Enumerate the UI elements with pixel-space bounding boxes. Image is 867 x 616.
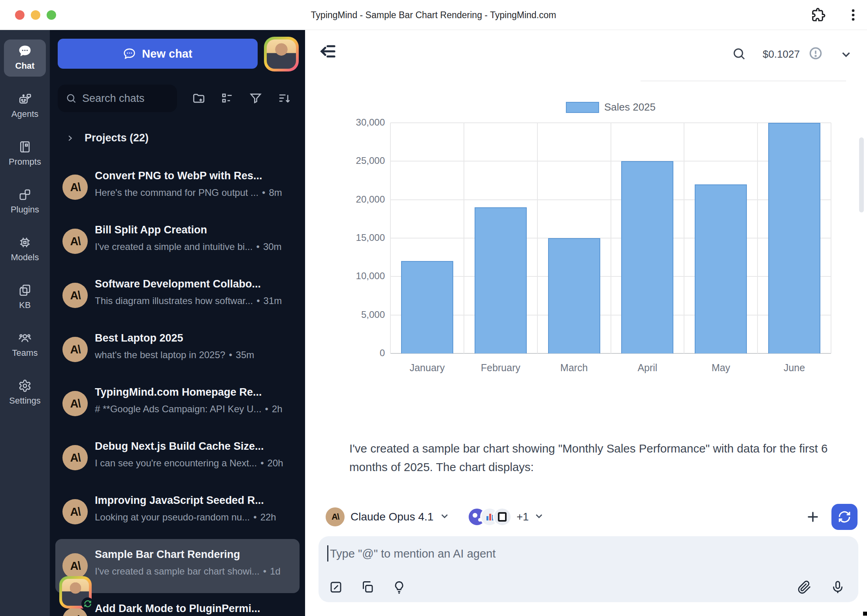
projects-group-header[interactable]: Projects (22) — [66, 132, 149, 144]
chat-list-item[interactable]: A\ TypingMind.com Homepage Re... # **Goo… — [55, 377, 300, 431]
chat-list-item[interactable]: A\ Convert PNG to WebP with Res... Here'… — [55, 160, 300, 214]
sidebar-item-models[interactable]: Models — [4, 236, 46, 263]
x-axis-tick: April — [611, 362, 684, 374]
separator-dot: • — [263, 566, 266, 577]
bar-february[interactable] — [475, 207, 527, 353]
user-avatar-photo — [267, 39, 296, 69]
gridline-vertical — [684, 123, 684, 353]
canvas-edit-icon[interactable] — [329, 580, 343, 594]
gridline-vertical — [390, 123, 391, 353]
active-plugins-stack[interactable] — [467, 507, 512, 526]
new-folder-icon[interactable] — [192, 92, 205, 105]
anthropic-avatar: A\ — [62, 499, 88, 524]
add-attachment-plus-icon[interactable] — [805, 509, 820, 526]
regenerate-button[interactable] — [831, 504, 858, 530]
bar-april[interactable] — [621, 161, 673, 353]
chat-title: Debug Next.js Build Cache Size... — [95, 440, 293, 453]
chat-time: 1d — [270, 566, 281, 577]
microphone-icon[interactable] — [831, 580, 845, 594]
sidebar-item-chat[interactable]: Chat — [4, 39, 46, 77]
separator-dot: • — [256, 295, 260, 306]
bar-may[interactable] — [695, 184, 747, 353]
paperclip-icon[interactable] — [797, 580, 812, 594]
window-title: TypingMind - Sample Bar Chart Rendering … — [0, 0, 867, 30]
chevron-down-icon[interactable] — [439, 511, 450, 523]
bar-january[interactable] — [401, 261, 453, 353]
y-axis-tick: 0 — [345, 347, 385, 359]
typingmind-app: TypingMind - Sample Bar Chart Rendering … — [0, 0, 867, 616]
sidebar-item-plugins[interactable]: Plugins — [4, 188, 46, 215]
new-chat-label: New chat — [142, 47, 192, 60]
anthropic-avatar: A\ — [62, 553, 88, 578]
model-provider-avatar[interactable]: A\ — [326, 507, 345, 526]
blocks-icon — [18, 188, 32, 201]
chat-preview: what's the best laptop in 2025? — [95, 349, 225, 360]
browser-menu-kebab-icon[interactable] — [846, 8, 861, 24]
lightbulb-icon[interactable] — [392, 580, 406, 594]
gridline-vertical — [757, 123, 758, 353]
notebook-icon — [18, 140, 32, 154]
model-selector[interactable]: Claude Opus 4.1 — [351, 511, 433, 523]
separator-dot: • — [256, 241, 259, 252]
sidebar-item-settings[interactable]: Settings — [4, 379, 46, 406]
sidebar-item-teams[interactable]: Teams — [4, 331, 46, 358]
cost-warning-icon[interactable] — [809, 46, 823, 62]
chat-time: 2h — [272, 404, 283, 414]
chat-list-item[interactable]: A\ Debug Next.js Build Cache Size... I c… — [55, 431, 300, 485]
new-chat-button[interactable]: New chat — [58, 39, 258, 69]
chevron-down-icon[interactable] — [533, 511, 545, 523]
search-conversation-icon[interactable] — [732, 47, 746, 62]
sidebar-item-kb[interactable]: KB — [4, 284, 46, 310]
chat-list-item[interactable]: A\ Sample Bar Chart Rendering I've creat… — [55, 539, 300, 593]
assistant-message: I've created a sample bar chart showing … — [349, 439, 835, 476]
chat-time: 35m — [236, 349, 254, 360]
extensions-puzzle-icon[interactable] — [811, 8, 826, 24]
chat-preview: Looking at your pseudo-random nu... — [95, 512, 250, 522]
chat-preview: # **Google Ads Campaign: API Key U... — [95, 404, 262, 414]
header-divider — [641, 81, 846, 81]
y-axis-tick: 30,000 — [345, 117, 385, 128]
chat-list-item[interactable]: A\ Best Laptop 2025 what's the best lapt… — [55, 323, 300, 377]
robot-icon — [18, 92, 32, 106]
chat-title: Improving JavaScript Seeded R... — [95, 494, 293, 507]
x-axis-tick: May — [684, 362, 758, 374]
x-axis-tick: June — [758, 362, 831, 374]
separator-dot: • — [260, 458, 264, 468]
chat-preview: Here's the command for PNG output ... — [95, 187, 258, 198]
filter-funnel-icon[interactable] — [249, 92, 262, 105]
x-axis-tick: March — [537, 362, 611, 374]
documents-icon — [18, 284, 32, 297]
sidebar-item-agents[interactable]: Agents — [4, 92, 46, 119]
bar-march[interactable] — [548, 238, 600, 353]
chevron-down-icon[interactable] — [839, 48, 853, 63]
separator-dot: • — [265, 404, 268, 414]
gridline-vertical — [464, 123, 464, 353]
collapse-sidebar-icon[interactable] — [319, 42, 337, 62]
chat-time: 22h — [260, 512, 276, 522]
chat-preview: This diagram illustrates how softwar... — [95, 295, 253, 306]
chat-list-item[interactable]: A\ Improving JavaScript Seeded R... Look… — [55, 485, 300, 539]
plugins-overflow-count[interactable]: +1 — [516, 511, 529, 523]
conversation-cost[interactable]: $0.1027 — [763, 48, 800, 60]
anthropic-avatar: A\ — [62, 445, 88, 470]
bar-june[interactable] — [768, 123, 820, 353]
nav-rail: Chat Agents Prompts Plugins Models KB Te… — [0, 30, 50, 616]
search-chats-box[interactable] — [58, 85, 177, 112]
copy-pages-icon[interactable] — [360, 580, 375, 594]
y-axis-tick: 5,000 — [345, 309, 385, 320]
sort-descending-icon[interactable] — [277, 92, 291, 105]
plugin-avatar — [493, 507, 512, 526]
user-avatar[interactable] — [264, 37, 299, 71]
bar-chart: 05,00010,00015,00020,00025,00030,000Janu… — [390, 123, 831, 353]
account-avatar[interactable] — [59, 576, 92, 608]
chat-list-item[interactable]: A\ Bill Split App Creation I've created … — [55, 214, 300, 269]
scrollbar-thumb[interactable] — [859, 137, 864, 212]
anthropic-avatar: A\ — [62, 391, 88, 416]
chart-legend[interactable]: Sales 2025 — [390, 101, 831, 113]
chat-preview: I can see you're encountering a Next... — [95, 458, 257, 468]
chat-list-item[interactable]: A\ Software Development Collabo... This … — [55, 269, 300, 323]
bulk-select-list-icon[interactable] — [221, 92, 234, 105]
search-chats-input[interactable] — [82, 92, 173, 105]
message-composer[interactable]: Type "@" to mention an AI agent — [319, 536, 858, 602]
sidebar-item-prompts[interactable]: Prompts — [4, 140, 46, 167]
